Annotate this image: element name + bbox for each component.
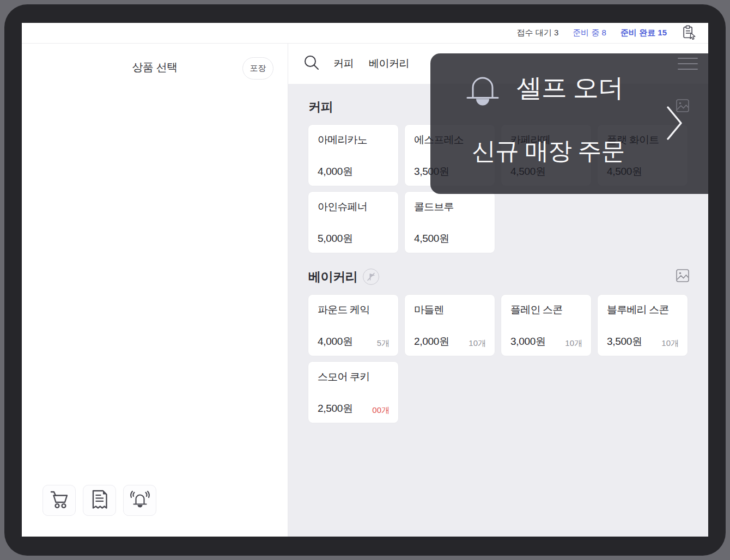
panel-footer — [42, 485, 156, 516]
order-list-button[interactable] — [681, 25, 697, 41]
order-panel: 상품 선택 포장 — [22, 44, 288, 537]
section-title-coffee: 커피 — [308, 99, 333, 115]
stock-count: 10개 — [469, 338, 486, 349]
self-order-notification[interactable]: 셀프 오더 신규 매장 주문 — [430, 53, 708, 194]
product-card[interactable]: 아인슈페너 5,000원 — [308, 192, 398, 253]
product-card[interactable]: 플레인 스콘 3,000원 10개 — [501, 295, 591, 356]
product-card[interactable]: 스모어 쿠키 2,500원 00개 — [308, 362, 398, 423]
receipt-button[interactable] — [83, 485, 116, 516]
call-bell-button[interactable] — [123, 485, 156, 516]
notification-bell-icon — [465, 74, 500, 111]
clipboard-cursor-icon — [682, 25, 697, 41]
ringing-bell-icon — [129, 490, 151, 512]
status-ready[interactable]: 준비 완료 15 — [620, 28, 667, 38]
stock-count: 10개 — [565, 338, 582, 349]
menu-hamburger-icon[interactable] — [678, 58, 698, 70]
status-bar: 접수 대기 3 준비 중 8 준비 완료 15 — [22, 23, 708, 44]
section-image-icon[interactable] — [676, 99, 690, 115]
tab-coffee[interactable]: 커피 — [333, 57, 354, 71]
notification-title: 셀프 오더 — [516, 71, 623, 105]
receipt-icon — [90, 489, 109, 512]
section-title-bakery: 베이커리 — [308, 269, 357, 285]
product-card[interactable]: 블루베리 스콘 3,500원 10개 — [598, 295, 688, 356]
section-image-icon[interactable] — [676, 269, 690, 285]
product-card[interactable]: 콜드브루 4,500원 — [405, 192, 495, 253]
product-card[interactable]: 파운드 케익 4,000원 5개 — [308, 295, 398, 356]
product-card[interactable]: 마들렌 2,000원 10개 — [405, 295, 495, 356]
tab-bakery[interactable]: 베이커리 — [369, 57, 409, 71]
status-preparing[interactable]: 준비 중 8 — [573, 28, 606, 38]
status-waiting[interactable]: 접수 대기 3 — [517, 28, 559, 38]
section-bakery: 베이커리 — [308, 269, 690, 423]
product-card[interactable]: 아메리카노 4,000원 — [308, 125, 398, 186]
stock-count: 5개 — [377, 338, 390, 349]
takeout-button[interactable]: 포장 — [242, 57, 273, 80]
stock-count-soldout: 00개 — [372, 405, 390, 416]
search-button[interactable] — [303, 56, 320, 72]
app-screen: 접수 대기 3 준비 중 8 준비 완료 15 상품 선택 포장 — [22, 23, 708, 537]
stock-count: 10개 — [661, 338, 679, 349]
cart-button[interactable] — [42, 485, 76, 516]
search-icon — [303, 54, 320, 73]
notification-subtitle: 신규 매장 주문 — [472, 135, 624, 167]
flag-slash-icon — [363, 269, 379, 285]
cart-icon — [49, 490, 70, 511]
